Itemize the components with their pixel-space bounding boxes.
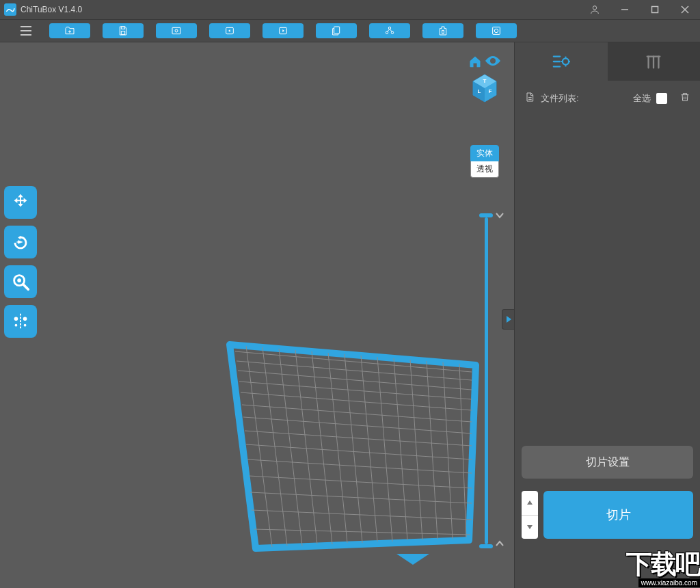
svg-line-48 bbox=[361, 356, 377, 542]
view-cube-controls: T F L bbox=[468, 55, 502, 104]
svg-line-54 bbox=[459, 364, 466, 537]
close-button[interactable] bbox=[670, 0, 700, 19]
delete-button[interactable] bbox=[679, 92, 690, 105]
svg-rect-10 bbox=[121, 27, 124, 29]
move-tool[interactable] bbox=[4, 186, 37, 219]
svg-marker-87 bbox=[527, 500, 533, 505]
view-mode-toggle: 实体 透视 bbox=[470, 145, 499, 178]
chevron-up-icon[interactable] bbox=[495, 539, 504, 551]
file-list-label: 文件列表: bbox=[541, 92, 579, 105]
user-account-button[interactable] bbox=[580, 0, 610, 19]
chevron-down-icon[interactable] bbox=[495, 211, 504, 223]
svg-marker-88 bbox=[527, 525, 533, 529]
svg-text:L: L bbox=[478, 88, 481, 94]
copy-button[interactable] bbox=[316, 23, 357, 38]
right-sidebar: 文件列表: 全选 切片设置 切片 bbox=[514, 42, 700, 588]
sidebar-collapse-handle[interactable] bbox=[502, 309, 514, 330]
slice-settings-button[interactable]: 切片设置 bbox=[522, 446, 693, 479]
open-file-button[interactable] bbox=[49, 23, 90, 38]
svg-line-40 bbox=[254, 529, 470, 535]
svg-line-37 bbox=[249, 476, 472, 488]
svg-marker-70 bbox=[507, 316, 511, 323]
layer-down-button[interactable] bbox=[522, 515, 538, 539]
build-plate bbox=[0, 42, 514, 588]
svg-line-29 bbox=[238, 371, 472, 390]
maximize-button[interactable] bbox=[640, 0, 670, 19]
scale-tool[interactable] bbox=[4, 265, 37, 298]
svg-rect-12 bbox=[172, 27, 180, 34]
svg-text:T: T bbox=[483, 78, 487, 84]
svg-line-21 bbox=[390, 29, 392, 31]
sidebar-tabs bbox=[515, 42, 700, 81]
svg-rect-2 bbox=[652, 7, 658, 13]
perspective-view-icon[interactable] bbox=[484, 55, 502, 71]
view-cube-icon[interactable]: T F L bbox=[469, 72, 500, 104]
svg-rect-22 bbox=[442, 30, 444, 34]
svg-line-36 bbox=[247, 459, 472, 473]
solid-view-button[interactable]: 实体 bbox=[470, 145, 499, 161]
svg-line-34 bbox=[245, 431, 472, 446]
undo-button[interactable] bbox=[209, 23, 250, 38]
svg-line-50 bbox=[394, 358, 407, 540]
svg-point-0 bbox=[593, 6, 596, 10]
z-slider-bottom-knob[interactable] bbox=[479, 544, 493, 548]
svg-text:F: F bbox=[489, 88, 492, 94]
svg-line-42 bbox=[262, 347, 287, 546]
hollow-button[interactable] bbox=[422, 23, 463, 38]
file-icon bbox=[524, 92, 535, 105]
settings-tab[interactable] bbox=[515, 42, 608, 81]
screenshot-button[interactable] bbox=[156, 23, 197, 38]
app-logo-icon bbox=[4, 3, 16, 16]
watermark-text: 下载吧 bbox=[626, 552, 700, 576]
svg-point-60 bbox=[23, 317, 27, 321]
slice-button[interactable]: 切片 bbox=[543, 491, 693, 539]
svg-line-20 bbox=[388, 29, 390, 31]
save-file-button[interactable] bbox=[103, 23, 144, 38]
dig-hole-button[interactable] bbox=[476, 23, 517, 38]
svg-line-52 bbox=[427, 361, 438, 539]
z-slider[interactable] bbox=[484, 213, 488, 548]
svg-line-46 bbox=[328, 353, 347, 543]
auto-layout-button[interactable] bbox=[369, 23, 410, 38]
svg-point-74 bbox=[563, 58, 569, 64]
minimize-button[interactable] bbox=[610, 0, 640, 19]
transform-toolbar bbox=[4, 186, 37, 338]
svg-line-30 bbox=[239, 382, 472, 399]
svg-line-45 bbox=[312, 351, 332, 544]
svg-point-17 bbox=[388, 27, 390, 29]
app-title: ChiTuBox V1.4.0 bbox=[21, 5, 580, 14]
svg-point-59 bbox=[14, 317, 18, 321]
menu-button[interactable] bbox=[11, 21, 41, 41]
layer-up-button[interactable] bbox=[522, 491, 538, 515]
svg-line-49 bbox=[377, 357, 392, 542]
home-view-icon[interactable] bbox=[468, 55, 483, 71]
svg-rect-23 bbox=[493, 27, 500, 35]
svg-rect-11 bbox=[121, 31, 124, 35]
perspective-view-button[interactable]: 透视 bbox=[470, 161, 499, 178]
svg-line-53 bbox=[443, 362, 453, 539]
watermark: 下载吧 www.xiazaiba.com bbox=[626, 552, 700, 588]
supports-tab[interactable] bbox=[608, 42, 701, 81]
svg-rect-16 bbox=[334, 27, 340, 34]
svg-point-62 bbox=[24, 324, 27, 327]
layer-stepper bbox=[522, 491, 538, 539]
svg-point-61 bbox=[15, 324, 18, 327]
svg-point-13 bbox=[175, 29, 178, 32]
svg-marker-26 bbox=[396, 554, 429, 565]
svg-point-24 bbox=[494, 29, 498, 32]
rotate-tool[interactable] bbox=[4, 226, 37, 258]
title-bar: ChiTuBox V1.4.0 bbox=[0, 0, 700, 19]
svg-marker-25 bbox=[230, 345, 476, 548]
svg-line-38 bbox=[250, 492, 472, 503]
select-all-checkbox[interactable] bbox=[656, 93, 667, 104]
mirror-tool[interactable] bbox=[4, 305, 37, 338]
z-slider-track[interactable] bbox=[485, 217, 488, 544]
svg-line-35 bbox=[246, 444, 472, 459]
svg-point-57 bbox=[17, 278, 21, 282]
select-all-label: 全选 bbox=[633, 92, 651, 105]
viewport-3d[interactable]: T F L 实体 透视 bbox=[0, 42, 514, 588]
svg-line-56 bbox=[23, 284, 29, 290]
svg-line-51 bbox=[410, 360, 422, 540]
redo-button[interactable] bbox=[262, 23, 304, 38]
file-list-header: 文件列表: 全选 bbox=[515, 81, 700, 116]
